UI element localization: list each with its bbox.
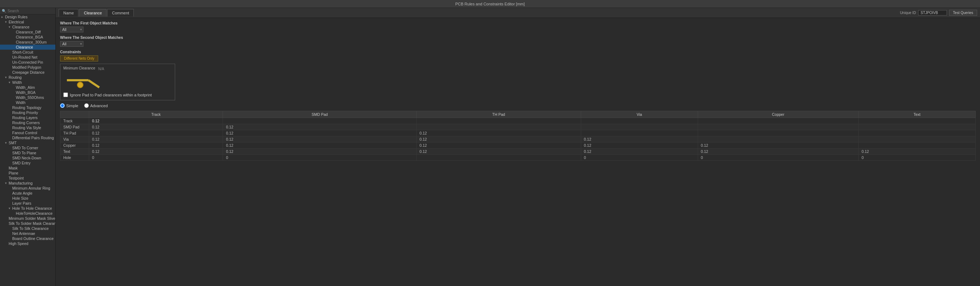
tree-item-routing-layers[interactable]: Routing Layers — [0, 115, 56, 120]
tree-item-routing-topology[interactable]: Routing Topology — [0, 105, 56, 110]
tab-comment[interactable]: Comment — [107, 9, 134, 17]
tree-item-hole-size[interactable]: Hole Size — [0, 196, 56, 201]
table-cell[interactable] — [858, 118, 975, 124]
tree-item-design-rules[interactable]: ▸Design Rules — [0, 14, 56, 19]
table-cell[interactable]: 0.12 — [417, 143, 581, 149]
tree-item-plane[interactable]: Plane — [0, 170, 56, 176]
table-cell[interactable]: 0 — [698, 155, 858, 161]
tree-label-smd-neck-down: SMD Neck-Down — [12, 156, 56, 160]
table-cell[interactable]: 0.12 — [223, 124, 417, 130]
table-cell[interactable]: 0 — [89, 155, 223, 161]
table-cell[interactable]: 0.12 — [89, 118, 223, 124]
tree-item-width[interactable]: ▾Width — [0, 80, 56, 85]
tree-item-creepage-distance[interactable]: Creepage Distance — [0, 70, 56, 75]
tree-item-smd-to-corner[interactable]: SMD To Corner — [0, 145, 56, 150]
tree-item-electrical[interactable]: ▾Electrical — [0, 19, 56, 24]
table-cell[interactable] — [698, 124, 858, 130]
tree-item-fanout-control[interactable]: Fanout Control — [0, 130, 56, 135]
tree-item-width-bga[interactable]: Width_BGA — [0, 90, 56, 95]
tree-item-width-def[interactable]: Width — [0, 100, 56, 105]
table-cell[interactable] — [858, 137, 975, 143]
table-cell[interactable]: 0.12 — [89, 137, 223, 143]
table-cell[interactable]: 0.12 — [89, 149, 223, 155]
tree-item-hole-to-hole-rule[interactable]: HoleToHoleClearance — [0, 211, 56, 216]
table-cell[interactable]: 0.12 — [581, 149, 698, 155]
table-cell[interactable] — [858, 130, 975, 137]
tree-item-clearance-300um[interactable]: Clearance_300um — [0, 40, 56, 44]
tree-item-silk-to-silk[interactable]: Silk To Silk Clearance — [0, 226, 56, 231]
tree-item-smd-entry[interactable]: SMD Entry — [0, 160, 56, 165]
radio-simple[interactable]: Simple — [60, 103, 78, 108]
tree-item-routing-via-style[interactable]: Routing Via Style — [0, 125, 56, 130]
tree-item-diff-pairs[interactable]: Differential Pairs Routing — [0, 135, 56, 140]
tree-item-manufacturing[interactable]: ▾Manufacturing — [0, 181, 56, 186]
table-cell[interactable]: 0.12 — [417, 137, 581, 143]
tree-item-silk-to-solder[interactable]: Silk To Solder Mask Clearance — [0, 221, 56, 226]
tree-item-width-550ohms[interactable]: Width_550Ohms — [0, 95, 56, 100]
table-cell[interactable]: 0.12 — [223, 143, 417, 149]
tree-item-clearance[interactable]: ▾Clearance — [0, 24, 56, 30]
table-cell[interactable]: 0.12 — [223, 149, 417, 155]
table-cell[interactable]: 0.12 — [89, 130, 223, 137]
tree-item-un-routed-net[interactable]: Un-Routed Net — [0, 55, 56, 60]
tab-name[interactable]: Name — [59, 9, 78, 17]
table-cell[interactable]: 0.12 — [698, 149, 858, 155]
tree-item-net-antennae[interactable]: Net Antennae — [0, 231, 56, 236]
tree-item-acute-angle[interactable]: Acute Angle — [0, 191, 56, 196]
tree-item-layer-pairs[interactable]: Layer Pairs — [0, 201, 56, 206]
table-cell[interactable] — [698, 118, 858, 124]
table-cell[interactable] — [698, 137, 858, 143]
tree-item-board-outline[interactable]: Board Outline Clearance — [0, 236, 56, 241]
tree-item-hole-to-hole-clearance[interactable]: ▾Hole To Hole Clearance — [0, 206, 56, 211]
table-cell[interactable] — [417, 124, 581, 130]
tree-item-routing[interactable]: ▾Routing — [0, 75, 56, 80]
test-queries-button[interactable]: Test Queries — [949, 10, 977, 16]
tree-item-un-connected-pin[interactable]: Un-Connected Pin — [0, 60, 56, 65]
table-cell[interactable] — [417, 118, 581, 124]
table-cell[interactable]: 0.12 — [89, 124, 223, 130]
table-cell[interactable] — [858, 143, 975, 149]
second-object-dropdown[interactable]: All — [60, 41, 83, 47]
table-cell[interactable]: 0 — [858, 155, 975, 161]
table-cell[interactable]: 0.12 — [698, 143, 858, 149]
tree-item-modified-polygon[interactable]: Modified Polygon — [0, 65, 56, 70]
table-cell[interactable]: 0.12 — [581, 143, 698, 149]
first-object-dropdown[interactable]: All — [60, 27, 83, 32]
tree-item-testpoint[interactable]: Testpoint — [0, 176, 56, 181]
table-cell[interactable]: 0 — [223, 155, 417, 161]
table-cell[interactable]: 0 — [581, 155, 698, 161]
different-nets-button[interactable]: Different Nets Only — [60, 56, 98, 62]
tree-item-clearance-bga[interactable]: Clearance_BGA — [0, 35, 56, 40]
tree-item-mask[interactable]: Mask — [0, 165, 56, 170]
table-cell[interactable] — [698, 130, 858, 137]
tree-item-clearance-diff[interactable]: Clearance_Diff — [0, 30, 56, 35]
ignore-pad-checkbox[interactable] — [63, 92, 68, 97]
tree-item-smt[interactable]: ▾SMT — [0, 140, 56, 145]
search-input[interactable] — [8, 9, 54, 13]
table-cell[interactable]: 0.12 — [858, 149, 975, 155]
tab-clearance[interactable]: Clearance — [79, 9, 107, 17]
table-cell[interactable] — [581, 130, 698, 137]
tree-item-smd-to-plane[interactable]: SMD To Plane — [0, 150, 56, 156]
table-cell[interactable]: 0.12 — [89, 143, 223, 149]
table-cell[interactable]: 0.12 — [223, 130, 417, 137]
tree-item-min-solder-mask[interactable]: Minimum Solder Mask Sliver — [0, 216, 56, 221]
tree-item-routing-priority[interactable]: Routing Priority — [0, 110, 56, 115]
table-cell[interactable]: 0.12 — [223, 137, 417, 143]
table-cell[interactable]: 0.12 — [417, 130, 581, 137]
tree-item-routing-corners[interactable]: Routing Corners — [0, 120, 56, 125]
tree-item-min-annular-ring[interactable]: Minimum Annular Ring — [0, 186, 56, 191]
table-cell[interactable]: 0.12 — [581, 137, 698, 143]
tree-item-width-alim[interactable]: Width_Alim — [0, 85, 56, 90]
table-cell[interactable] — [417, 155, 581, 161]
table-cell[interactable]: 0.12 — [417, 149, 581, 155]
radio-advanced[interactable]: Advanced — [84, 103, 108, 108]
table-cell[interactable] — [581, 118, 698, 124]
tree-item-smd-neck-down[interactable]: SMD Neck-Down — [0, 156, 56, 160]
table-cell[interactable] — [581, 124, 698, 130]
table-cell[interactable] — [223, 118, 417, 124]
tree-item-high-speed[interactable]: High Speed — [0, 241, 56, 246]
tree-item-short-circuit[interactable]: Short-Circuit — [0, 50, 56, 55]
table-cell[interactable] — [858, 124, 975, 130]
tree-item-clearance-sel[interactable]: Clearance — [0, 44, 56, 50]
